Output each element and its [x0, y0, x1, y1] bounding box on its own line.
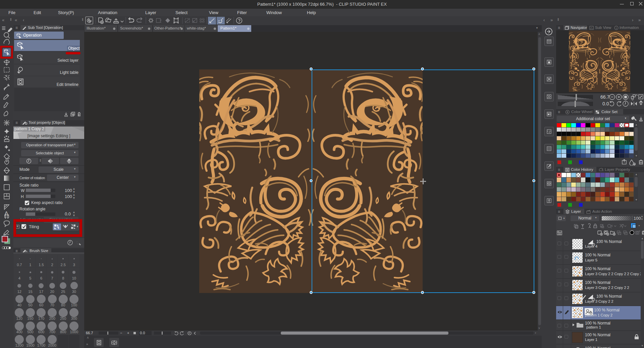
svg-text:A: A: [4, 210, 8, 217]
